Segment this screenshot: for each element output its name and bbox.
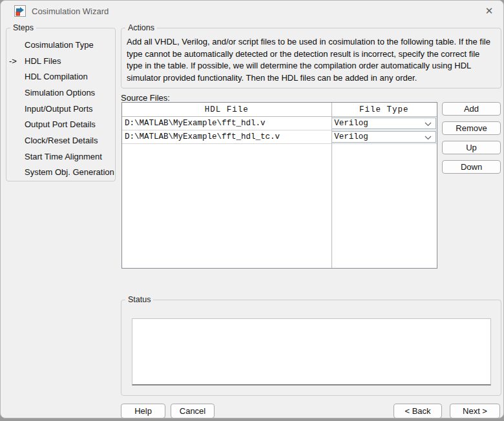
steps-group-label: Steps [10,23,36,32]
step-item-hdl-compilation: HDL Compilation [6,68,115,85]
steps-groupbox: Steps Cosimulation Type -> HDL Files HDL… [6,28,116,181]
table-header-row: HDL File File Type [122,103,437,117]
column-divider [331,103,332,268]
source-files-label: Source Files: [121,93,170,103]
step-item-simulation-options: Simulation Options [6,85,115,101]
table-row[interactable]: D:\MATLAB\MyExample\fft_hdl.v Verilog [122,117,437,130]
file-type-cell: Verilog [331,117,437,130]
status-text-area [132,318,491,385]
steps-list: Cosimulation Type -> HDL Files HDL Compi… [6,37,115,180]
file-type-value: Verilog [334,119,368,128]
cosimulation-wizard-window: Cosimulation Wizard ✕ Steps Cosimulation… [0,0,504,418]
hdl-file-cell[interactable]: D:\MATLAB\MyExample\fft_hdl_tc.v [122,130,331,143]
step-label: Cosimulation Type [6,40,94,50]
close-icon[interactable]: ✕ [479,2,499,20]
column-header-file-type: File Type [331,103,437,116]
add-button[interactable]: Add [442,102,501,116]
step-item-system-obj-generation: System Obj. Generation [6,165,115,181]
step-item-hdl-files: -> HDL Files [6,53,115,69]
chevron-down-icon [425,136,432,140]
step-item-start-time-alignment: Start Time Alignment [6,149,115,165]
file-type-select[interactable]: Verilog [331,131,436,143]
step-item-output-port-details: Output Port Details [6,116,115,132]
step-label: Start Time Alignment [6,152,102,161]
step-label: Clock/Reset Details [6,136,98,145]
chevron-down-icon [425,122,432,127]
step-item-cosimulation-type: Cosimulation Type [6,37,115,53]
step-item-clock-reset-details: Clock/Reset Details [6,132,115,149]
current-step-arrow: -> [9,56,23,66]
step-label: HDL Compilation [6,72,88,81]
up-button[interactable]: Up [442,141,501,154]
file-type-value: Verilog [334,132,368,141]
step-label: Input/Output Ports [6,104,93,114]
cancel-button[interactable]: Cancel [171,404,215,418]
actions-groupbox: Actions Add all VHDL, Verilog, and/or sc… [121,28,501,88]
file-type-select[interactable]: Verilog [331,118,436,129]
down-button[interactable]: Down [442,160,501,174]
column-header-hdl-file: HDL File [122,103,331,116]
step-label: Simulation Options [6,88,95,98]
step-item-input-output-ports: Input/Output Ports [6,101,115,117]
actions-group-label: Actions [125,23,157,32]
hdl-file-cell[interactable]: D:\MATLAB\MyExample\fft_hdl.v [122,117,331,130]
status-group-label: Status [125,295,153,304]
titlebar: Cosimulation Wizard ✕ [1,1,503,21]
window-title: Cosimulation Wizard [32,6,109,16]
actions-description: Add all VHDL, Verilog, and/or script fil… [127,36,496,84]
file-type-cell: Verilog [331,130,437,143]
step-label: System Obj. Generation [6,167,114,177]
back-button[interactable]: < Back [394,404,442,418]
help-button[interactable]: Help [121,404,165,418]
next-button[interactable]: Next > [450,404,500,418]
source-files-table: HDL File File Type D:\MATLAB\MyExample\f… [121,102,437,269]
table-row[interactable]: D:\MATLAB\MyExample\fft_hdl_tc.v Verilog [122,130,437,144]
status-groupbox: Status [121,300,501,396]
remove-button[interactable]: Remove [442,121,501,135]
app-icon [14,5,26,17]
step-label: Output Port Details [6,119,96,129]
